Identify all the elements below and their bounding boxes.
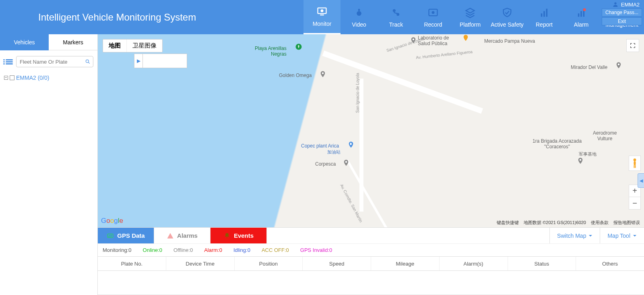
nav-monitor[interactable]: Monitor (303, 0, 341, 34)
tab-alarms[interactable]: Alarms (154, 228, 211, 243)
svg-point-21 (634, 158, 636, 161)
svg-rect-23 (634, 165, 635, 168)
side-panel-toggle[interactable]: ◀ (638, 173, 644, 188)
svg-rect-27 (350, 143, 352, 145)
svg-line-20 (89, 62, 90, 64)
column-header: Device Time (166, 257, 235, 270)
column-header: Plate No. (98, 257, 166, 270)
map-type-map[interactable]: 地图 (103, 39, 127, 52)
poi-marker-icon (319, 71, 326, 78)
svg-rect-24 (635, 165, 636, 168)
nav-label: Video (352, 21, 366, 28)
chevron-down-icon (633, 234, 637, 238)
nav-label: Platform (460, 21, 481, 28)
svg-rect-34 (110, 235, 111, 237)
status-gpsinvalid: GPS Invalid:0 (300, 247, 332, 253)
gas-marker-icon (347, 141, 355, 148)
map-attribution: 键盘快捷键 地图数据 ©2021 GS(2011)6020 使用条款 报告地图错… (497, 220, 640, 226)
nav-platform[interactable]: Platform (452, 0, 489, 34)
nav-label: Monitor (313, 21, 332, 27)
food-marker-icon (462, 34, 469, 42)
park-marker-icon (295, 43, 302, 50)
status-offline: Offline:0 (173, 247, 193, 253)
tab-markers[interactable]: Markers (49, 34, 97, 50)
status-accoff: ACC OFF:0 (262, 247, 289, 253)
svg-rect-22 (634, 161, 636, 165)
nav-report[interactable]: Report (526, 0, 563, 34)
map-label: Mercado Pampa Nueva (484, 38, 535, 44)
column-header: Speed (303, 257, 371, 270)
tree-node-root[interactable]: − EMMA2 (0/0) (4, 75, 93, 81)
bell-icon (223, 232, 231, 239)
nav-label: Track (389, 21, 403, 28)
map-label: 加油站 (327, 149, 341, 155)
streetview-box (143, 54, 187, 68)
poi-marker-icon (615, 62, 622, 69)
poi-marker-icon (343, 159, 350, 166)
svg-rect-4 (358, 8, 360, 11)
tab-vehicles[interactable]: Vehicles (0, 34, 49, 50)
svg-rect-10 (543, 11, 545, 17)
user-icon (612, 1, 619, 8)
map-label: 军事基地 (579, 151, 597, 157)
change-password-button[interactable]: Change Pass... (602, 8, 642, 17)
svg-point-3 (357, 11, 361, 16)
tree-checkbox[interactable] (10, 75, 14, 80)
fleet-search-input[interactable] (20, 59, 83, 65)
column-header: Position (235, 257, 303, 270)
map-canvas[interactable]: 地图 卫星图像 ▶ + − ◀ Playa Arenillas Negras G… (98, 34, 644, 227)
svg-point-30 (618, 64, 620, 66)
svg-rect-33 (109, 236, 109, 237)
warning-icon (167, 232, 174, 239)
status-idling: Idling:0 (233, 247, 250, 253)
nav-video[interactable]: Video (341, 0, 378, 34)
map-type-satellite[interactable]: 卫星图像 (127, 39, 162, 52)
svg-rect-9 (541, 13, 543, 17)
map-tool-button[interactable]: Map Tool (600, 228, 644, 243)
chevron-down-icon (588, 234, 592, 238)
svg-rect-2 (320, 15, 324, 15)
record-icon (427, 7, 439, 18)
map-label: Aerodrome Vulture (593, 130, 617, 141)
svg-rect-35 (111, 235, 112, 237)
svg-point-8 (432, 11, 435, 14)
streetview-toggle[interactable]: ▶ (134, 54, 143, 68)
svg-point-19 (86, 60, 89, 62)
nav-label: Active Safety (491, 21, 524, 28)
map-road-label: Av. Humberto Arellano Figueroa (416, 50, 473, 60)
nav-track[interactable]: Track (378, 0, 415, 34)
tab-gps-data[interactable]: GPS Data (98, 228, 154, 243)
map-type-toggle[interactable]: 地图 卫星图像 (103, 39, 163, 52)
tab-events[interactable]: Events (211, 228, 267, 243)
svg-point-31 (580, 159, 582, 161)
tree-collapse-icon[interactable]: − (4, 76, 8, 80)
map-label: Playa Arenillas Negras (255, 46, 287, 57)
zoom-out-button[interactable]: − (629, 197, 640, 209)
track-icon (390, 7, 402, 18)
svg-point-26 (322, 73, 324, 75)
list-view-icon[interactable] (6, 59, 13, 64)
report-icon (539, 7, 550, 18)
status-online: Online:0 (143, 247, 162, 253)
column-header: Others (576, 257, 644, 270)
fullscreen-button[interactable] (626, 39, 639, 52)
map-label: Golden Omega (279, 73, 312, 78)
search-icon[interactable] (85, 59, 91, 64)
tree-node-label: EMMA2 (0/0) (16, 75, 49, 81)
nav-alarm[interactable]: Alarm (563, 0, 600, 34)
svg-point-28 (345, 161, 347, 163)
column-header: Mileage (371, 257, 440, 270)
nav-record[interactable]: Record (415, 0, 452, 34)
poi-marker-icon (577, 157, 584, 164)
nav-label: Report (536, 21, 553, 28)
column-header: Status (508, 257, 576, 270)
switch-map-button[interactable]: Switch Map (549, 228, 600, 243)
status-monitoring: Monitoring:0 (103, 247, 132, 253)
google-logo: Google (101, 217, 123, 225)
pegman-icon[interactable] (629, 156, 641, 171)
map-label: Mirador Del Valle (571, 64, 607, 70)
svg-point-18 (614, 2, 616, 4)
exit-button[interactable]: Exit (602, 17, 642, 25)
nav-active-safety[interactable]: Active Safety (489, 0, 526, 34)
video-icon (353, 7, 365, 18)
